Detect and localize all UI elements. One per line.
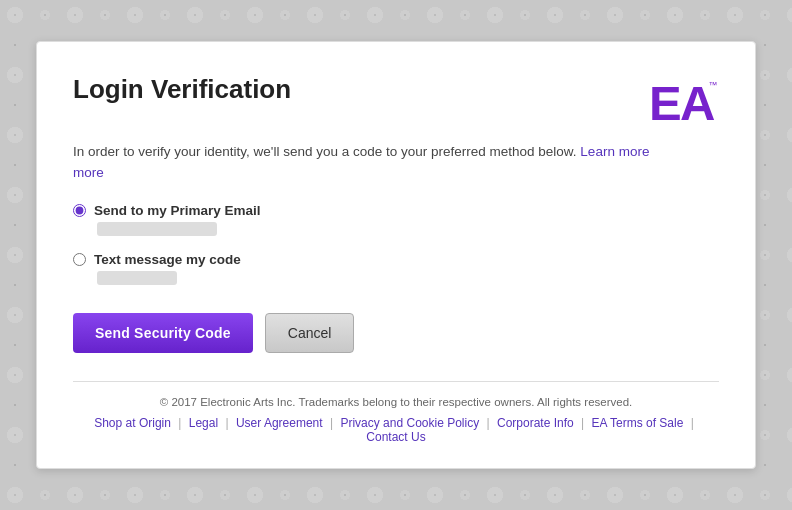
phone-blurred-value xyxy=(97,271,177,285)
options-section: Send to my Primary Email Text message my… xyxy=(73,203,719,285)
buttons-row: Send Security Code Cancel xyxy=(73,313,719,353)
modal-header: Login Verification EA ™ xyxy=(73,74,719,126)
footer-copyright: © 2017 Electronic Arts Inc. Trademarks b… xyxy=(73,396,719,408)
footer-link-shop[interactable]: Shop at Origin xyxy=(94,416,171,430)
learn-more-link[interactable]: Learn more xyxy=(580,144,649,159)
footer-link-contact[interactable]: Contact Us xyxy=(366,430,425,444)
option-row-email: Send to my Primary Email xyxy=(73,203,719,236)
email-option-label[interactable]: Send to my Primary Email xyxy=(73,203,719,218)
footer-link-user-agreement[interactable]: User Agreement xyxy=(236,416,323,430)
footer-link-ea-terms[interactable]: EA Terms of Sale xyxy=(592,416,684,430)
modal-title: Login Verification xyxy=(73,74,291,105)
divider xyxy=(73,381,719,382)
footer-link-legal[interactable]: Legal xyxy=(189,416,218,430)
footer: © 2017 Electronic Arts Inc. Trademarks b… xyxy=(73,396,719,444)
modal-container: Login Verification EA ™ In order to veri… xyxy=(36,41,756,469)
svg-text:™: ™ xyxy=(709,80,718,90)
send-security-code-button[interactable]: Send Security Code xyxy=(73,313,253,353)
svg-text:EA: EA xyxy=(649,76,715,126)
learn-more-link-2[interactable]: more xyxy=(73,165,104,180)
email-radio[interactable] xyxy=(73,204,86,217)
footer-links: Shop at Origin | Legal | User Agreement … xyxy=(73,416,719,444)
sms-radio[interactable] xyxy=(73,253,86,266)
email-blurred-value xyxy=(97,222,217,236)
sms-option-label[interactable]: Text message my code xyxy=(73,252,719,267)
modal-description: In order to verify your identity, we'll … xyxy=(73,142,719,183)
ea-logo: EA ™ xyxy=(649,74,719,126)
footer-link-corporate-info[interactable]: Corporate Info xyxy=(497,416,574,430)
option-row-sms: Text message my code xyxy=(73,252,719,285)
cancel-button[interactable]: Cancel xyxy=(265,313,355,353)
footer-link-privacy[interactable]: Privacy and Cookie Policy xyxy=(340,416,479,430)
